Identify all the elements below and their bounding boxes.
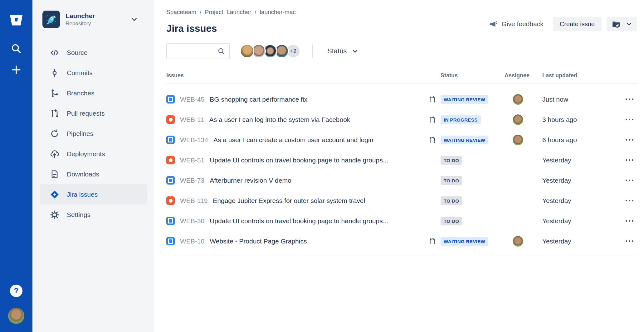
page-title: Jira issues	[166, 23, 296, 34]
code-icon	[50, 48, 59, 57]
row-more-menu[interactable]	[626, 240, 637, 242]
sidebar-item-label: Commits	[67, 69, 93, 77]
issue-type-icon	[166, 196, 175, 205]
issue-link[interactable]: WEB-51 Update UI controls on travel book…	[166, 156, 429, 164]
status-badge: TO DO	[441, 156, 462, 165]
row-more-menu[interactable]	[626, 220, 637, 222]
folder-link-icon	[611, 20, 622, 28]
sidebar-item-settings[interactable]: Settings	[40, 204, 147, 225]
issue-link[interactable]: WEB-45 BG shopping cart performance fix	[166, 95, 429, 103]
issue-link[interactable]: WEB-30 Update UI controls on travel book…	[166, 217, 429, 225]
status-filter-label: Status	[327, 47, 347, 55]
pull-request-icon[interactable]	[429, 238, 441, 245]
issue-type-icon	[166, 156, 175, 164]
issue-title: BG shopping cart performance fix	[210, 96, 307, 103]
table-row[interactable]: WEB-119 Engage Jupiter Express for outer…	[166, 190, 637, 211]
last-updated-cell: Yesterday	[542, 197, 618, 204]
help-icon[interactable]: ?	[10, 285, 22, 297]
row-more-menu[interactable]	[626, 139, 637, 141]
search-box[interactable]	[166, 43, 230, 59]
last-updated-cell: Yesterday	[542, 177, 618, 184]
sidebar-item-source[interactable]: Source	[40, 42, 147, 63]
assignee-avatar	[513, 135, 523, 145]
sidebar-item-commits[interactable]: Commits	[40, 63, 147, 83]
breadcrumb-repo[interactable]: launcher-mac	[260, 9, 296, 16]
last-updated-cell: 6 hours ago	[542, 136, 618, 144]
linked-folder-button[interactable]	[607, 17, 637, 31]
issue-key: WEB-119	[180, 197, 207, 204]
row-more-menu[interactable]	[626, 159, 637, 161]
search-icon	[217, 47, 225, 55]
sidebar-item-pipelines[interactable]: Pipelines	[40, 123, 147, 144]
search-icon[interactable]	[11, 43, 22, 54]
table-row[interactable]: WEB-45 BG shopping cart performance fix …	[166, 89, 637, 109]
table-row[interactable]: WEB-134 As a user I can create a custom …	[166, 130, 637, 150]
breadcrumb-project[interactable]: Project: Launcher	[205, 9, 251, 16]
repo-sidebar: Launcher Repository Source Commits Branc…	[32, 0, 154, 332]
assignee-filter-avatars: +2	[240, 44, 300, 58]
sidebar-item-label: Jira issues	[67, 191, 98, 198]
column-header-status: Status	[441, 72, 505, 79]
sidebar-item-deployments[interactable]: Deployments	[40, 144, 147, 164]
sidebar-item-label: Pipelines	[67, 130, 93, 137]
issue-type-icon	[166, 217, 175, 225]
row-more-menu[interactable]	[626, 200, 637, 201]
search-input[interactable]	[171, 48, 217, 55]
pull-request-icon[interactable]	[429, 136, 441, 144]
pull-request-icon	[50, 109, 59, 118]
table-row[interactable]: WEB-11 As a user I can log into the syst…	[166, 109, 637, 130]
issue-type-icon	[166, 237, 175, 245]
issue-key: WEB-134	[180, 136, 208, 144]
user-avatar[interactable]	[240, 44, 254, 58]
megaphone-icon	[489, 20, 497, 28]
table-header: Issues Status Assignee Last updated	[166, 72, 637, 84]
deployments-icon	[50, 149, 59, 159]
sidebar-item-label: Downloads	[67, 171, 99, 178]
issue-title: As a user I can create a custom user acc…	[213, 136, 373, 144]
table-row[interactable]: WEB-10 Website - Product Page Graphics W…	[166, 231, 637, 251]
repo-switcher[interactable]: Launcher Repository	[40, 11, 147, 28]
sidebar-item-label: Deployments	[67, 150, 105, 158]
sidebar-item-label: Settings	[67, 211, 90, 219]
sidebar-item-jira-issues[interactable]: Jira issues	[40, 184, 147, 204]
sidebar-item-label: Branches	[67, 89, 95, 97]
column-header-assignee: Assignee	[505, 72, 542, 79]
issue-key: WEB-51	[180, 156, 204, 164]
table-row[interactable]: WEB-51 Update UI controls on travel book…	[166, 150, 637, 170]
status-filter-dropdown[interactable]: Status	[327, 47, 359, 55]
breadcrumb-workspace[interactable]: Spaceteam	[166, 9, 196, 16]
chevron-down-icon	[626, 21, 632, 27]
create-icon[interactable]	[11, 64, 22, 75]
chevron-down-icon[interactable]	[130, 15, 138, 23]
issue-link[interactable]: WEB-134 As a user I can create a custom …	[166, 136, 429, 144]
status-badge: TO DO	[441, 196, 462, 205]
breadcrumb: Spaceteam / Project: Launcher / launcher…	[166, 9, 296, 16]
create-issue-button[interactable]: Create issue	[553, 17, 602, 31]
row-more-menu[interactable]	[626, 119, 637, 120]
bitbucket-logo[interactable]	[9, 12, 24, 27]
last-updated-cell: Yesterday	[542, 156, 618, 164]
status-badge: TO DO	[441, 176, 462, 185]
issue-title: As a user I can log into the system via …	[209, 116, 350, 123]
profile-avatar[interactable]	[8, 308, 24, 324]
row-more-menu[interactable]	[626, 99, 637, 100]
table-body: WEB-45 BG shopping cart performance fix …	[166, 84, 637, 256]
issue-key: WEB-73	[180, 177, 204, 184]
issue-link[interactable]: WEB-73 Afterburner revision V demo	[166, 176, 429, 185]
pull-request-icon[interactable]	[429, 116, 441, 123]
header-actions: Give feedback Create issue	[489, 17, 637, 31]
table-row[interactable]: WEB-30 Update UI controls on travel book…	[166, 211, 637, 231]
give-feedback-link[interactable]: Give feedback	[489, 20, 543, 28]
sidebar-item-branches[interactable]: Branches	[40, 83, 147, 103]
row-more-menu[interactable]	[626, 180, 637, 181]
sidebar-item-pull-requests[interactable]: Pull requests	[40, 103, 147, 123]
global-nav: ?	[0, 0, 32, 332]
table-row[interactable]: WEB-73 Afterburner revision V demo TO DO…	[166, 170, 637, 190]
sidebar-item-downloads[interactable]: Downloads	[40, 164, 147, 184]
filter-bar: +2 Status	[166, 43, 637, 59]
breadcrumb-separator: /	[200, 9, 201, 16]
pull-request-icon[interactable]	[429, 96, 441, 103]
issue-link[interactable]: WEB-119 Engage Jupiter Express for outer…	[166, 196, 429, 205]
issue-link[interactable]: WEB-10 Website - Product Page Graphics	[166, 237, 429, 245]
issue-link[interactable]: WEB-11 As a user I can log into the syst…	[166, 115, 429, 124]
